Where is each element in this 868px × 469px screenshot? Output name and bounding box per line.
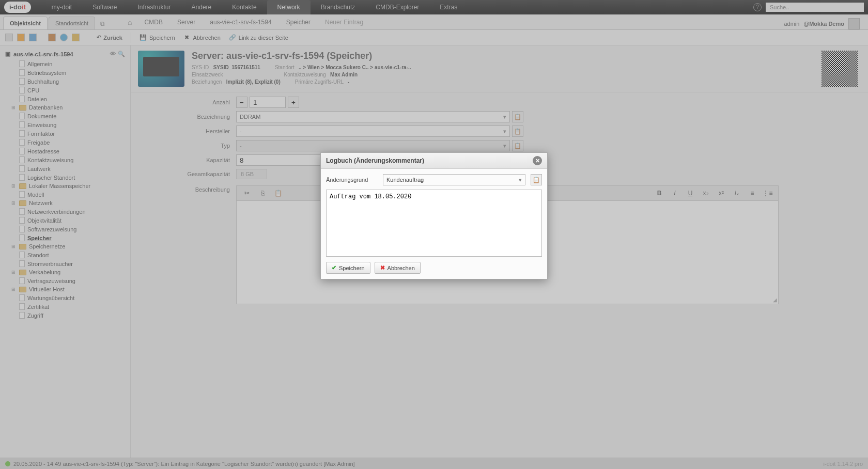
comment-textarea[interactable] [326,190,542,257]
modal-titlebar: Logbuch (Änderungskommentar) ✕ [321,153,547,169]
close-icon[interactable]: ✕ [533,156,542,165]
check-icon: ✔ [332,264,336,271]
reason-select[interactable]: Kundenauftrag [383,174,525,185]
modal-save-button[interactable]: ✔Speichern [326,262,370,274]
modal-cancel-button[interactable]: ✖Abbrechen [375,262,421,274]
logbook-modal: Logbuch (Änderungskommentar) ✕ Änderungs… [320,152,548,279]
reason-label: Änderungsgrund [326,177,378,183]
x-icon: ✖ [380,264,385,271]
reason-add-icon[interactable]: 📋 [531,174,542,185]
modal-overlay: Logbuch (Änderungskommentar) ✕ Änderungs… [0,0,868,469]
